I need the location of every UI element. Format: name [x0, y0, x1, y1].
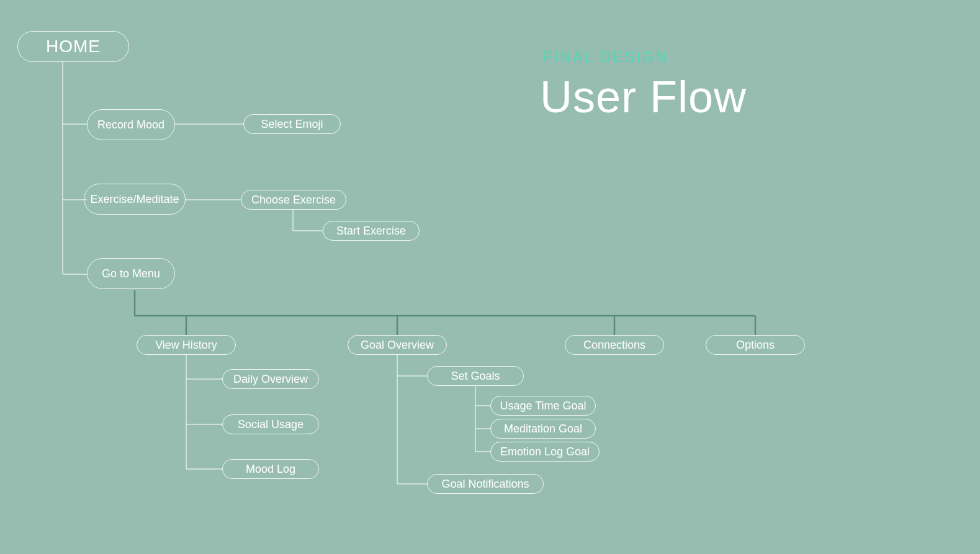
node-connections: Connections	[565, 335, 664, 355]
node-options: Options	[706, 335, 805, 355]
node-daily-overview: Daily Overview	[222, 369, 319, 389]
node-emotion-log-goal: Emotion Log Goal	[490, 442, 600, 462]
title: User Flow	[540, 71, 747, 122]
node-set-goals: Set Goals	[427, 366, 524, 386]
node-record-mood: Record Mood	[87, 109, 175, 140]
node-goal-notifications: Goal Notifications	[427, 474, 544, 494]
node-meditation-goal: Meditation Goal	[490, 419, 596, 439]
node-home: HOME	[17, 31, 129, 62]
node-select-emoji: Select Emoji	[243, 114, 341, 134]
node-exercise-meditate: Exercise/Meditate	[84, 184, 186, 215]
node-view-history: View History	[137, 335, 236, 355]
subtitle: FINAL DESIGN	[543, 48, 668, 66]
node-start-exercise: Start Exercise	[323, 221, 420, 241]
node-go-to-menu: Go to Menu	[87, 258, 175, 289]
node-usage-time-goal: Usage Time Goal	[490, 396, 596, 416]
node-social-usage: Social Usage	[222, 414, 319, 434]
node-goal-overview: Goal Overview	[348, 335, 447, 355]
node-mood-log: Mood Log	[222, 459, 319, 479]
node-choose-exercise: Choose Exercise	[241, 190, 346, 210]
